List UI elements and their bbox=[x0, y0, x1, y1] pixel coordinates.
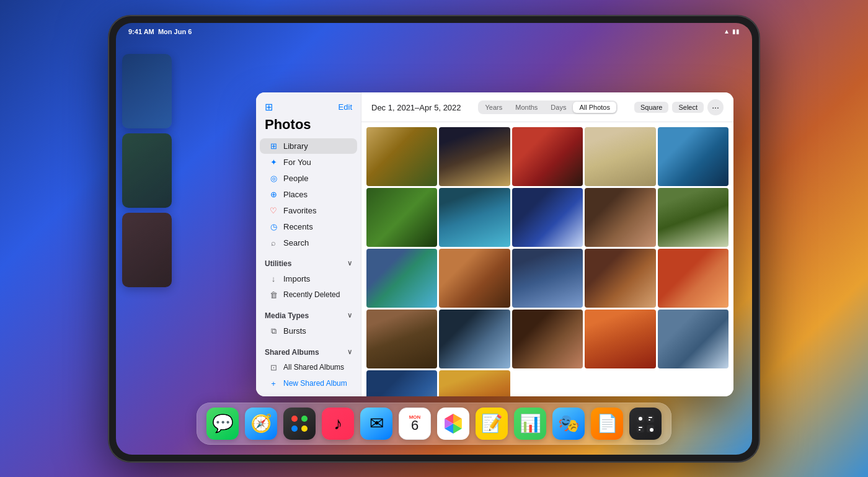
sidebar-item-bursts[interactable]: ⧉ Bursts bbox=[260, 323, 357, 339]
shared-albums-section: Shared Albums ∨ ⊡ All Shared Albums + Ne… bbox=[256, 345, 361, 391]
photo-cell-14[interactable] bbox=[585, 249, 655, 308]
svg-rect-10 bbox=[649, 417, 652, 418]
filter-tab-months[interactable]: Months bbox=[509, 102, 544, 113]
photo-cell-17[interactable] bbox=[439, 310, 510, 368]
main-content: Dec 1, 2021–Apr 5, 2022 Years Months Day… bbox=[361, 92, 733, 396]
dock-messages[interactable]: 💬 bbox=[206, 408, 239, 440]
utilities-section: Utilities ∨ ↓ Imports 🗑 Recently Deleted bbox=[256, 257, 361, 303]
photo-cell-19[interactable] bbox=[585, 310, 655, 368]
sidebar-item-imports[interactable]: ↓ Imports bbox=[260, 271, 357, 287]
add-shared-icon: + bbox=[268, 379, 278, 388]
sidebar-item-recents[interactable]: ◷ Recents bbox=[260, 219, 357, 234]
numbers-icon: 📊 bbox=[520, 413, 541, 434]
controlcenter-icon bbox=[636, 414, 655, 434]
sidebar-edit-button[interactable]: Edit bbox=[339, 102, 352, 112]
notes-icon: 📝 bbox=[481, 413, 503, 434]
dock-photos[interactable] bbox=[437, 408, 469, 440]
svg-point-9 bbox=[639, 417, 642, 421]
filter-tab-days[interactable]: Days bbox=[544, 102, 572, 113]
photo-cell-10[interactable] bbox=[658, 188, 728, 247]
svg-point-14 bbox=[650, 428, 653, 432]
sidebar-item-new-shared-album[interactable]: + New Shared Album bbox=[260, 376, 357, 391]
svg-rect-12 bbox=[639, 427, 642, 428]
more-button[interactable]: ··· bbox=[707, 99, 724, 115]
sidebar-item-label: Search bbox=[283, 238, 309, 247]
photo-cell-1[interactable] bbox=[366, 127, 437, 186]
side-app-3[interactable] bbox=[122, 213, 172, 287]
media-types-label: Media Types bbox=[265, 311, 309, 320]
photo-cell-9[interactable] bbox=[585, 188, 655, 247]
dock-keynote[interactable]: 🎭 bbox=[552, 408, 585, 440]
photo-cell-7[interactable] bbox=[439, 188, 510, 247]
dock-numbers[interactable]: 📊 bbox=[514, 408, 546, 440]
sidebar-item-label: Imports bbox=[283, 274, 310, 283]
imports-icon: ↓ bbox=[268, 274, 278, 283]
photo-cell-5[interactable] bbox=[658, 127, 728, 186]
media-types-section-header[interactable]: Media Types ∨ bbox=[256, 309, 361, 323]
shared-albums-chevron: ∨ bbox=[347, 348, 352, 356]
svg-point-1 bbox=[301, 416, 308, 422]
sidebar-item-people[interactable]: ◎ People bbox=[260, 171, 357, 186]
photos-icon bbox=[441, 411, 466, 436]
sidebar-item-library[interactable]: ⊞ Library bbox=[260, 138, 357, 154]
filter-tab-years[interactable]: Years bbox=[479, 102, 509, 113]
dock-notes[interactable]: 📝 bbox=[476, 408, 508, 440]
side-app-1[interactable] bbox=[122, 54, 172, 128]
status-bar: 9:41 AM Mon Jun 6 ▲ ▮▮ bbox=[116, 23, 752, 40]
sidebar-item-for-you[interactable]: ✦ For You bbox=[260, 154, 357, 170]
photo-cell-13[interactable] bbox=[512, 249, 583, 308]
sidebar: ⊞ Edit Photos ⊞ Library ✦ For You ◎ Peop… bbox=[256, 92, 361, 396]
status-icons: ▲ ▮▮ bbox=[724, 28, 740, 35]
photo-cell-11[interactable] bbox=[366, 249, 437, 308]
photo-cell-8[interactable] bbox=[512, 188, 583, 247]
photo-cell-20[interactable] bbox=[658, 310, 728, 368]
toolbar-date-range: Dec 1, 2021–Apr 5, 2022 bbox=[371, 103, 461, 112]
dock-mail[interactable]: ✉ bbox=[360, 408, 392, 440]
svg-point-2 bbox=[291, 426, 298, 432]
svg-rect-11 bbox=[649, 419, 650, 421]
sidebar-title: Photos bbox=[256, 115, 361, 138]
battery-icon: ▮▮ bbox=[732, 28, 740, 35]
photo-cell-3[interactable] bbox=[512, 127, 583, 186]
utilities-section-header[interactable]: Utilities ∨ bbox=[256, 257, 361, 270]
sidebar-item-recently-deleted[interactable]: 🗑 Recently Deleted bbox=[260, 287, 357, 303]
safari-icon: 🧭 bbox=[250, 413, 272, 434]
photo-cell-2[interactable] bbox=[439, 127, 510, 186]
square-button[interactable]: Square bbox=[634, 102, 668, 113]
sidebar-item-favorites[interactable]: ♡ Favorites bbox=[260, 203, 357, 218]
multitasking-apps bbox=[122, 54, 172, 287]
select-button[interactable]: Select bbox=[672, 102, 704, 113]
sidebar-item-label: Library bbox=[283, 141, 308, 151]
sidebar-item-all-shared-albums[interactable]: ⊡ All Shared Albums bbox=[260, 360, 357, 375]
photos-app-window: ⊞ Edit Photos ⊞ Library ✦ For You ◎ Peop… bbox=[256, 92, 733, 396]
photo-cell-15[interactable] bbox=[658, 249, 728, 308]
dock-pages[interactable]: 📄 bbox=[591, 408, 623, 440]
photo-cell-4[interactable] bbox=[585, 127, 655, 186]
sidebar-item-label: Recently Deleted bbox=[283, 290, 340, 299]
dock-music[interactable]: ♪ bbox=[322, 408, 354, 440]
sidebar-item-label: New Shared Album bbox=[283, 379, 347, 388]
sidebar-item-places[interactable]: ⊕ Places bbox=[260, 187, 357, 202]
toolbar: Dec 1, 2021–Apr 5, 2022 Years Months Day… bbox=[361, 92, 733, 122]
photo-cell-16[interactable] bbox=[366, 310, 437, 368]
photo-cell-12[interactable] bbox=[439, 249, 510, 308]
filter-tab-all-photos[interactable]: All Photos bbox=[573, 102, 616, 113]
dock-safari[interactable]: 🧭 bbox=[245, 408, 277, 440]
toolbar-controls: Years Months Days All Photos bbox=[478, 100, 618, 114]
photo-cell-6[interactable] bbox=[366, 188, 437, 247]
shared-albums-section-header[interactable]: Shared Albums ∨ bbox=[256, 345, 361, 359]
utilities-label: Utilities bbox=[265, 259, 291, 268]
sidebar-item-label: People bbox=[283, 174, 308, 183]
photo-cell-22[interactable] bbox=[439, 370, 510, 396]
sidebar-item-search[interactable]: ⌕ Search bbox=[260, 235, 357, 251]
photo-cell-21[interactable] bbox=[366, 370, 437, 396]
dock-controlcenter[interactable] bbox=[629, 408, 662, 440]
dock-calendar[interactable]: MON 6 bbox=[399, 408, 431, 440]
dock-launchpad[interactable] bbox=[283, 408, 316, 440]
svg-point-0 bbox=[291, 416, 298, 422]
keynote-icon: 🎭 bbox=[558, 413, 580, 434]
side-app-2[interactable] bbox=[122, 133, 172, 208]
photo-cell-18[interactable] bbox=[512, 310, 583, 368]
bursts-icon: ⧉ bbox=[268, 326, 278, 336]
sidebar-item-label: Bursts bbox=[283, 326, 306, 336]
